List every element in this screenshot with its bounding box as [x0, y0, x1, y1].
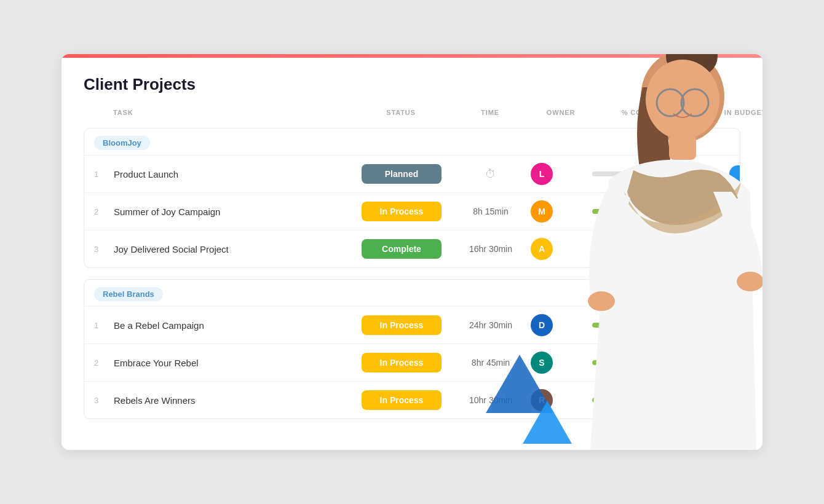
- group-label-rebel: Rebel Brands: [94, 287, 163, 301]
- progress-cell: [592, 360, 703, 365]
- budget-cell[interactable]: [703, 165, 740, 183]
- task-num: 1: [94, 321, 106, 330]
- progress-bar-fill: [592, 360, 604, 365]
- status-cell: Complete: [352, 239, 451, 259]
- group-label-bloomjoy: BloomJoy: [94, 136, 150, 150]
- status-badge[interactable]: In Process: [362, 390, 442, 410]
- status-badge[interactable]: In Process: [362, 202, 442, 221]
- task-name: Be a Rebel Campaign: [114, 320, 204, 331]
- progress-cell: [592, 171, 703, 176]
- group-label-row-bloomjoy: BloomJoy: [84, 128, 740, 155]
- owner-cell: M: [531, 200, 592, 222]
- time-cell: 24hr 30min: [451, 320, 531, 330]
- task-name-cell: 3 Rebels Are Winners: [94, 395, 352, 406]
- table-row: 3 Joy Delivered Social Project Complete …: [84, 230, 740, 267]
- col-time: TIME: [450, 109, 530, 122]
- progress-cell: [592, 246, 703, 251]
- task-name-cell: 2 Summer of Joy Campaign: [94, 207, 352, 217]
- budget-toggle[interactable]: [729, 165, 740, 183]
- task-num: 1: [94, 170, 106, 179]
- owner-cell: A: [531, 238, 592, 260]
- time-cell: 16hr 30min: [451, 244, 531, 254]
- avatar: D: [531, 314, 553, 336]
- table-row: 3 Rebels Are Winners In Process 10hr 30m…: [84, 381, 740, 419]
- table-header: TASK STATUS TIME OWNER % COMPLETE IN BUD…: [84, 109, 740, 122]
- time-cell: 8h 15min: [451, 207, 531, 216]
- status-cell: Planned: [352, 164, 451, 184]
- status-badge[interactable]: Complete: [362, 239, 442, 259]
- budget-toggle[interactable]: [729, 203, 740, 220]
- col-owner: OWNER: [530, 109, 592, 122]
- progress-bar-bg: [592, 360, 672, 365]
- progress-bar-fill: [592, 398, 608, 403]
- avatar: A: [531, 238, 553, 260]
- budget-toggle[interactable]: [729, 240, 740, 258]
- clock-icon: ⏱: [485, 168, 496, 181]
- status-cell: In Process: [352, 315, 451, 335]
- task-name-cell: 1 Product Launch: [94, 169, 352, 179]
- table-row: 1 Be a Rebel Campaign In Process 24hr 30…: [84, 306, 740, 344]
- progress-bar-bg: [592, 398, 672, 403]
- time-value: 16hr 30min: [469, 244, 512, 254]
- time-cell: ⏱: [451, 168, 531, 181]
- col-status: STATUS: [352, 109, 450, 122]
- progress-cell: [592, 323, 703, 328]
- status-cell: In Process: [352, 353, 451, 372]
- progress-bar-fill: [592, 209, 616, 214]
- progress-bar-bg: [592, 171, 672, 176]
- task-name-cell: 2 Embrace Your Rebel: [94, 358, 352, 368]
- task-num: 2: [94, 207, 106, 216]
- progress-bar-bg: [592, 209, 672, 214]
- task-name-cell: 3 Joy Delivered Social Project: [94, 244, 352, 254]
- budget-toggle[interactable]: [729, 317, 740, 334]
- task-num: 3: [94, 396, 106, 405]
- status-badge[interactable]: In Process: [362, 353, 442, 372]
- progress-bar-fill: [592, 323, 616, 328]
- status-cell: In Process: [352, 390, 451, 410]
- task-name: Embrace Your Rebel: [114, 358, 199, 368]
- col-budget: IN BUDGET: [702, 109, 763, 122]
- page-title: Client Projects: [84, 75, 740, 94]
- task-name: Rebels Are Winners: [114, 395, 196, 406]
- progress-bar-fill: [592, 246, 660, 251]
- status-badge[interactable]: In Process: [362, 315, 442, 335]
- budget-cell[interactable]: [703, 240, 740, 258]
- avatar: M: [531, 200, 553, 222]
- card-content: Client Projects TASK STATUS TIME OWNER %…: [61, 58, 763, 438]
- col-complete: % COMPLETE: [592, 109, 702, 122]
- task-num: 3: [94, 245, 106, 254]
- avatar: L: [531, 163, 553, 185]
- task-num: 2: [94, 358, 106, 368]
- group-label-row-rebel: Rebel Brands: [84, 280, 740, 306]
- task-name: Product Launch: [114, 169, 178, 179]
- budget-toggle[interactable]: [729, 354, 740, 371]
- main-card: Client Projects TASK STATUS TIME OWNER %…: [61, 54, 763, 450]
- status-badge[interactable]: Planned: [362, 164, 442, 184]
- task-name-cell: 1 Be a Rebel Campaign: [94, 320, 352, 331]
- owner-cell: D: [531, 314, 592, 336]
- progress-bar-bg: [592, 323, 672, 328]
- col-task: TASK: [93, 109, 352, 122]
- table-row: 1 Product Launch Planned ⏱ L: [84, 155, 740, 192]
- status-cell: In Process: [352, 202, 451, 221]
- group-rebel-brands: Rebel Brands 1 Be a Rebel Campaign In Pr…: [84, 279, 740, 419]
- group-bloomjoy: BloomJoy 1 Product Launch Planned ⏱ L: [84, 128, 740, 268]
- time-value: 24hr 30min: [469, 320, 512, 330]
- progress-cell: [592, 398, 703, 403]
- decoration-triangle-light: [523, 401, 572, 444]
- owner-cell: L: [531, 163, 592, 185]
- progress-bar-bg: [592, 246, 672, 251]
- budget-toggle[interactable]: [729, 392, 740, 409]
- budget-cell[interactable]: [703, 354, 740, 371]
- time-value: 8h 15min: [473, 207, 509, 216]
- table-row: 2 Embrace Your Rebel In Process 8hr 45mi…: [84, 344, 740, 381]
- toggle-thumb: [731, 242, 740, 256]
- progress-cell: [592, 209, 703, 214]
- budget-cell[interactable]: [703, 317, 740, 334]
- task-name: Summer of Joy Campaign: [114, 207, 220, 217]
- budget-cell[interactable]: [703, 203, 740, 220]
- task-name: Joy Delivered Social Project: [114, 244, 229, 254]
- table-row: 2 Summer of Joy Campaign In Process 8h 1…: [84, 192, 740, 230]
